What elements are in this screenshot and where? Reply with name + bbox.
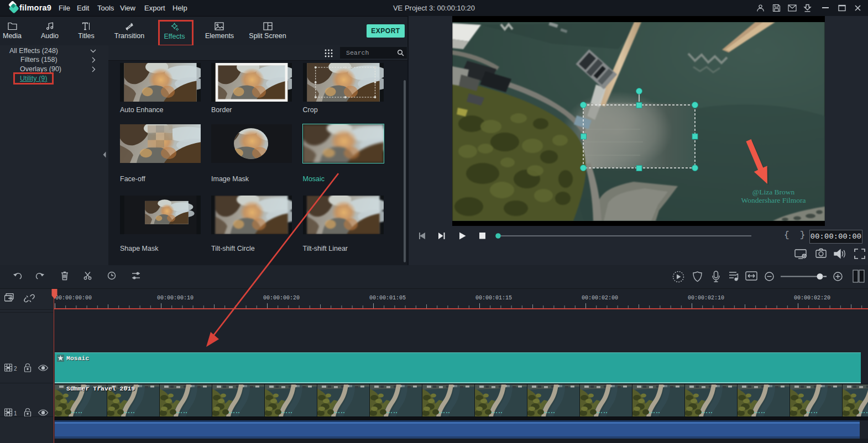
svg-text:1: 1 <box>14 410 17 416</box>
svg-text:2: 2 <box>14 366 17 372</box>
svg-text:Wondershare Filmora: Wondershare Filmora <box>741 196 806 204</box>
svg-text:@Liza Brown: @Liza Brown <box>752 188 795 196</box>
